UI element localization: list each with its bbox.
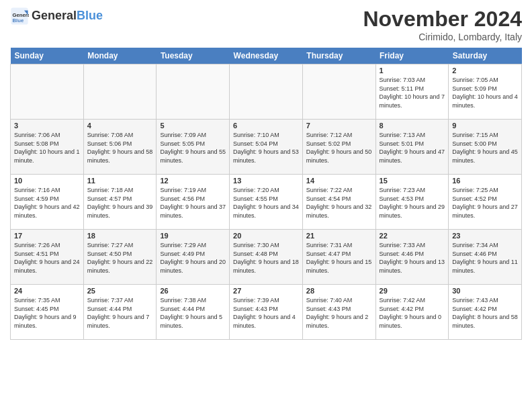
day-number: 28 [306, 287, 372, 295]
day-number: 19 [160, 232, 226, 240]
calendar-table: Sunday Monday Tuesday Wednesday Thursday… [10, 48, 522, 340]
calendar-cell: 30Sunrise: 7:43 AM Sunset: 4:42 PM Dayli… [449, 285, 522, 340]
calendar-cell: 6Sunrise: 7:10 AM Sunset: 5:04 PM Daylig… [230, 120, 303, 175]
calendar-cell: 23Sunrise: 7:34 AM Sunset: 4:46 PM Dayli… [449, 230, 522, 285]
calendar-week-1: 1Sunrise: 7:03 AM Sunset: 5:11 PM Daylig… [11, 64, 522, 120]
logo-text: GeneralBlue [32, 9, 103, 23]
day-info: Sunrise: 7:35 AM Sunset: 4:45 PM Dayligh… [14, 296, 80, 330]
day-info: Sunrise: 7:33 AM Sunset: 4:46 PM Dayligh… [380, 241, 445, 275]
header: General Blue GeneralBlue November 2024 C… [10, 7, 522, 42]
day-info: Sunrise: 7:10 AM Sunset: 5:04 PM Dayligh… [233, 131, 299, 165]
day-info: Sunrise: 7:15 AM Sunset: 5:00 PM Dayligh… [452, 131, 518, 165]
col-thursday: Thursday [302, 48, 375, 64]
calendar-cell: 24Sunrise: 7:35 AM Sunset: 4:45 PM Dayli… [11, 285, 84, 340]
calendar-cell [83, 64, 157, 120]
day-number: 12 [160, 177, 226, 185]
day-info: Sunrise: 7:43 AM Sunset: 4:42 PM Dayligh… [452, 296, 518, 330]
day-number: 29 [380, 287, 445, 295]
day-number: 26 [160, 287, 226, 295]
day-number: 11 [87, 177, 153, 185]
col-friday: Friday [375, 48, 449, 64]
calendar-cell: 20Sunrise: 7:30 AM Sunset: 4:48 PM Dayli… [230, 230, 303, 285]
day-number: 21 [306, 232, 372, 240]
day-number: 3 [14, 122, 80, 130]
day-number: 1 [380, 66, 445, 75]
calendar-cell: 22Sunrise: 7:33 AM Sunset: 4:46 PM Dayli… [375, 230, 449, 285]
day-info: Sunrise: 7:23 AM Sunset: 4:53 PM Dayligh… [380, 186, 445, 220]
day-info: Sunrise: 7:13 AM Sunset: 5:01 PM Dayligh… [380, 131, 445, 165]
month-title: November 2024 [363, 7, 522, 32]
day-info: Sunrise: 7:26 AM Sunset: 4:51 PM Dayligh… [14, 241, 80, 275]
calendar-cell: 25Sunrise: 7:37 AM Sunset: 4:44 PM Dayli… [83, 285, 157, 340]
day-info: Sunrise: 7:20 AM Sunset: 4:55 PM Dayligh… [233, 186, 299, 220]
day-number: 2 [452, 66, 518, 75]
day-number: 4 [87, 122, 153, 130]
calendar-cell: 5Sunrise: 7:09 AM Sunset: 5:05 PM Daylig… [157, 120, 230, 175]
col-monday: Monday [83, 48, 157, 64]
day-number: 13 [233, 177, 299, 185]
calendar-week-2: 3Sunrise: 7:06 AM Sunset: 5:08 PM Daylig… [11, 120, 522, 175]
col-sunday: Sunday [11, 48, 84, 64]
main-container: General Blue GeneralBlue November 2024 C… [0, 0, 532, 343]
calendar-cell: 3Sunrise: 7:06 AM Sunset: 5:08 PM Daylig… [11, 120, 84, 175]
calendar-cell: 14Sunrise: 7:22 AM Sunset: 4:54 PM Dayli… [302, 175, 375, 230]
calendar-cell: 29Sunrise: 7:42 AM Sunset: 4:42 PM Dayli… [375, 285, 449, 340]
day-number: 16 [452, 177, 518, 185]
logo: General Blue GeneralBlue [10, 7, 103, 26]
day-number: 24 [14, 287, 80, 295]
location: Cirimido, Lombardy, Italy [363, 32, 522, 42]
calendar-cell [302, 64, 375, 120]
day-info: Sunrise: 7:37 AM Sunset: 4:44 PM Dayligh… [87, 296, 153, 330]
day-info: Sunrise: 7:18 AM Sunset: 4:57 PM Dayligh… [87, 186, 153, 220]
day-info: Sunrise: 7:39 AM Sunset: 4:43 PM Dayligh… [233, 296, 299, 330]
calendar-cell: 16Sunrise: 7:25 AM Sunset: 4:52 PM Dayli… [449, 175, 522, 230]
calendar-cell: 13Sunrise: 7:20 AM Sunset: 4:55 PM Dayli… [230, 175, 303, 230]
day-info: Sunrise: 7:03 AM Sunset: 5:11 PM Dayligh… [380, 76, 445, 109]
calendar-cell: 2Sunrise: 7:05 AM Sunset: 5:09 PM Daylig… [449, 64, 522, 120]
day-number: 14 [306, 177, 372, 185]
calendar-cell: 26Sunrise: 7:38 AM Sunset: 4:44 PM Dayli… [157, 285, 230, 340]
day-info: Sunrise: 7:31 AM Sunset: 4:47 PM Dayligh… [306, 241, 372, 275]
calendar-week-4: 17Sunrise: 7:26 AM Sunset: 4:51 PM Dayli… [11, 230, 522, 285]
calendar-cell: 19Sunrise: 7:29 AM Sunset: 4:49 PM Dayli… [157, 230, 230, 285]
svg-text:Blue: Blue [13, 17, 24, 24]
calendar-cell: 4Sunrise: 7:08 AM Sunset: 5:06 PM Daylig… [83, 120, 157, 175]
day-info: Sunrise: 7:08 AM Sunset: 5:06 PM Dayligh… [87, 131, 153, 165]
day-info: Sunrise: 7:34 AM Sunset: 4:46 PM Dayligh… [452, 241, 518, 275]
calendar-cell [11, 64, 84, 120]
col-tuesday: Tuesday [157, 48, 230, 64]
calendar-cell: 21Sunrise: 7:31 AM Sunset: 4:47 PM Dayli… [302, 230, 375, 285]
calendar-cell: 12Sunrise: 7:19 AM Sunset: 4:56 PM Dayli… [157, 175, 230, 230]
calendar-cell: 8Sunrise: 7:13 AM Sunset: 5:01 PM Daylig… [375, 120, 449, 175]
day-number: 10 [14, 177, 80, 185]
day-number: 18 [87, 232, 153, 240]
col-wednesday: Wednesday [230, 48, 303, 64]
calendar-cell [230, 64, 303, 120]
day-number: 15 [380, 177, 445, 185]
day-info: Sunrise: 7:09 AM Sunset: 5:05 PM Dayligh… [160, 131, 226, 165]
day-info: Sunrise: 7:05 AM Sunset: 5:09 PM Dayligh… [452, 76, 518, 109]
day-number: 30 [452, 287, 518, 295]
day-info: Sunrise: 7:16 AM Sunset: 4:59 PM Dayligh… [14, 186, 80, 220]
calendar-cell: 11Sunrise: 7:18 AM Sunset: 4:57 PM Dayli… [83, 175, 157, 230]
day-info: Sunrise: 7:25 AM Sunset: 4:52 PM Dayligh… [452, 186, 518, 220]
day-number: 20 [233, 232, 299, 240]
day-info: Sunrise: 7:06 AM Sunset: 5:08 PM Dayligh… [14, 131, 80, 165]
day-info: Sunrise: 7:42 AM Sunset: 4:42 PM Dayligh… [380, 296, 445, 330]
calendar-cell: 17Sunrise: 7:26 AM Sunset: 4:51 PM Dayli… [11, 230, 84, 285]
day-info: Sunrise: 7:29 AM Sunset: 4:49 PM Dayligh… [160, 241, 226, 275]
day-number: 5 [160, 122, 226, 130]
day-info: Sunrise: 7:40 AM Sunset: 4:43 PM Dayligh… [306, 296, 372, 330]
day-number: 9 [452, 122, 518, 130]
day-info: Sunrise: 7:27 AM Sunset: 4:50 PM Dayligh… [87, 241, 153, 275]
calendar-cell: 15Sunrise: 7:23 AM Sunset: 4:53 PM Dayli… [375, 175, 449, 230]
day-number: 7 [306, 122, 372, 130]
day-number: 8 [380, 122, 445, 130]
calendar-cell: 18Sunrise: 7:27 AM Sunset: 4:50 PM Dayli… [83, 230, 157, 285]
calendar-cell: 1Sunrise: 7:03 AM Sunset: 5:11 PM Daylig… [375, 64, 449, 120]
logo-icon: General Blue [10, 7, 29, 26]
day-info: Sunrise: 7:12 AM Sunset: 5:02 PM Dayligh… [306, 131, 372, 165]
calendar-week-5: 24Sunrise: 7:35 AM Sunset: 4:45 PM Dayli… [11, 285, 522, 340]
calendar-week-3: 10Sunrise: 7:16 AM Sunset: 4:59 PM Dayli… [11, 175, 522, 230]
day-info: Sunrise: 7:19 AM Sunset: 4:56 PM Dayligh… [160, 186, 226, 220]
